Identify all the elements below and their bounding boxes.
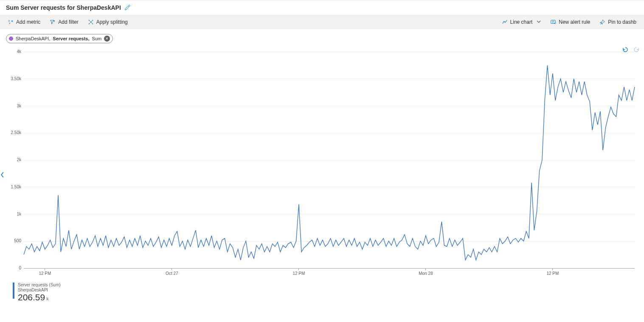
pencil-icon[interactable] [124,5,130,11]
svg-point-1 [92,20,93,20]
chart-type-dropdown[interactable]: Line chart [498,16,545,28]
pin-icon [599,19,605,25]
insights-icon [9,36,13,41]
svg-text:0: 0 [19,266,21,270]
svg-text:500: 500 [14,238,21,243]
chart-type-label: Line chart [510,19,533,25]
chart-legend: Server requests (Sum) SherpaDeskAPI 206.… [0,281,644,307]
svg-text:4k: 4k [17,49,22,54]
svg-text:12 PM: 12 PM [292,271,305,276]
svg-text:12 PM: 12 PM [39,271,51,276]
pill-resource: SherpaDeskAPI, [16,36,50,41]
new-alert-rule-button[interactable]: New alert rule [547,16,593,28]
apply-splitting-label: Apply splitting [96,19,128,25]
pill-agg: Sum [92,36,102,41]
legend-resource: SherpaDeskAPI [18,288,61,293]
new-alert-rule-label: New alert rule [559,19,590,25]
chart-toolbar: Add metric Add filter Apply splitting Li… [0,15,644,29]
svg-point-2 [88,23,89,24]
add-filter-label: Add filter [58,19,78,25]
pin-to-dashboard-label: Pin to dashb [608,19,636,25]
close-icon[interactable]: ✕ [104,36,110,42]
apply-splitting-button[interactable]: Apply splitting [84,16,131,28]
line-chart[interactable]: 05001k1.50k2k2.50k3k3.50k4k 12 PMOct 271… [7,43,637,281]
svg-text:2k: 2k [17,157,22,162]
svg-point-3 [92,23,93,24]
alert-icon [550,19,556,25]
metric-pill[interactable]: SherpaDeskAPI, Server requests, Sum ✕ [6,34,113,43]
svg-point-0 [88,20,89,20]
metric-pill-row: SherpaDeskAPI, Server requests, Sum ✕ [0,29,644,43]
redo-icon[interactable] [632,45,641,54]
chevron-down-icon [537,19,541,25]
legend-value: 206.59 [18,292,45,302]
svg-text:1.50k: 1.50k [11,185,22,189]
funnel-plus-icon [50,19,56,25]
add-filter-button[interactable]: Add filter [46,16,82,28]
pin-to-dashboard-button[interactable]: Pin to dashb [596,16,640,28]
svg-text:3.50k: 3.50k [11,76,22,81]
pill-metric: Server requests, [53,36,89,41]
add-metric-label: Add metric [16,19,40,25]
svg-text:Oct 27: Oct 27 [166,271,178,276]
svg-text:12 PM: 12 PM [546,271,559,276]
legend-metric: Server requests (Sum) [18,283,61,288]
svg-text:1k: 1k [17,212,22,216]
title-bar: Sum Server requests for SherpaDeskAPI [0,0,644,15]
chart-area: 05001k1.50k2k2.50k3k3.50k4k 12 PMOct 271… [0,43,644,281]
page-title: Sum Server requests for SherpaDeskAPI [6,4,121,11]
svg-text:2.50k: 2.50k [11,130,22,135]
legend-swatch [13,283,14,299]
split-icon [88,19,94,25]
legend-unit: k [47,297,49,301]
undo-icon[interactable] [620,45,630,54]
svg-text:Mon 28: Mon 28 [419,271,433,276]
add-metric-button[interactable]: Add metric [4,16,44,28]
svg-text:3k: 3k [17,104,22,108]
sparkle-plus-icon [8,19,14,25]
line-chart-icon [502,19,508,25]
